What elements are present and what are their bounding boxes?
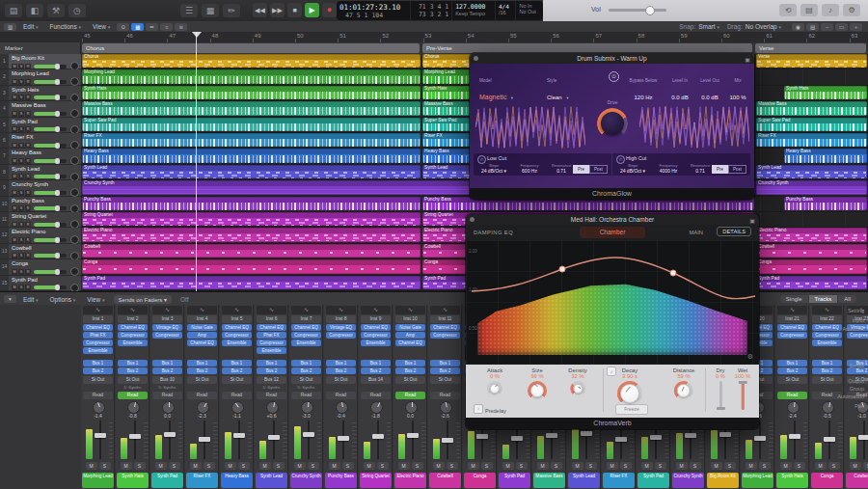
record-enable-button[interactable]: R [25, 79, 31, 85]
solo-button[interactable]: S [585, 462, 597, 470]
audio-fx-slot[interactable]: Channel EQ [222, 324, 252, 331]
mute-button[interactable]: M [398, 462, 410, 470]
knob-decay[interactable]: Decay3.90 s [617, 367, 642, 406]
input-slot[interactable]: Inst 4 [187, 315, 217, 323]
solo-button[interactable]: S [863, 462, 868, 470]
knob-attack[interactable]: Attack0 % [487, 367, 502, 396]
track-header[interactable]: 1Big Room KitMSR [0, 54, 81, 69]
audio-fx-slot[interactable]: Compressor [152, 332, 182, 339]
track-header[interactable]: 8Synth LeadMSR [0, 165, 81, 180]
output-slot[interactable]: St Out [291, 376, 321, 384]
audio-fx-slot[interactable]: Channel EQ [118, 324, 148, 331]
track-volume-slider[interactable] [34, 206, 67, 210]
eq-thumbnail[interactable]: ∿ [257, 306, 286, 314]
automation-tool-icon[interactable]: ≋ [175, 23, 187, 31]
cycle-icon[interactable]: ⟲ [779, 4, 797, 16]
marker-segment[interactable]: Verse [755, 43, 866, 53]
link-icon[interactable] [470, 217, 475, 222]
mute-button[interactable]: M [572, 462, 583, 470]
eq-thumbnail[interactable]: ∿ [430, 306, 460, 314]
automation-mode[interactable]: Read [361, 392, 391, 399]
mute-button[interactable]: M [746, 462, 757, 470]
output-slot[interactable]: St Out [118, 376, 148, 384]
track-header[interactable]: 11String QuartetMSR [0, 212, 81, 228]
high-cut-post-button[interactable]: Post [728, 165, 746, 174]
solo-button[interactable]: S [18, 222, 24, 228]
channel-name[interactable]: Electric Piano [394, 473, 426, 488]
region[interactable]: Chorus [82, 54, 420, 68]
stop-button[interactable]: ■ [287, 3, 302, 17]
audio-fx-slot[interactable]: Ensemble [257, 347, 286, 354]
solo-button[interactable]: S [273, 462, 285, 470]
forward-button[interactable]: ▶▶ [270, 3, 285, 17]
editors-icon[interactable]: ▦ [202, 4, 219, 17]
record-enable-button[interactable]: R [25, 158, 31, 164]
fader-handle[interactable] [685, 433, 696, 438]
smart-controls-icon[interactable]: ◷ [68, 4, 86, 17]
marker-segment[interactable]: Pre-Verse [422, 43, 752, 53]
input-slot[interactable]: Inst 9 [361, 315, 391, 323]
send-slot[interactable]: Bus 1 [361, 360, 391, 367]
track-volume-slider[interactable] [34, 285, 67, 289]
fader-handle[interactable] [407, 433, 419, 438]
audio-fx-slot[interactable]: Compressor [118, 332, 148, 339]
region[interactable]: Heavy Bass [82, 149, 420, 162]
track-header[interactable]: 13CowbellMSR [0, 244, 81, 259]
tab-details[interactable]: DETAILS [717, 227, 751, 236]
audio-fx-slot[interactable]: Phat FX [83, 332, 113, 339]
mute-button[interactable]: M [641, 462, 653, 470]
knob-dial[interactable] [677, 384, 691, 397]
record-enable-button[interactable]: R [25, 285, 31, 290]
eq-thumbnail[interactable]: ∿ [187, 306, 217, 314]
record-enable-button[interactable]: R [25, 64, 31, 69]
output-slot[interactable]: St Out [430, 376, 460, 384]
channel-name[interactable]: Synth Lead [568, 473, 600, 488]
track-volume-slider[interactable] [34, 127, 67, 131]
automation-mode[interactable]: Read [83, 392, 113, 399]
solo-button[interactable]: S [18, 253, 24, 258]
region[interactable]: Electric Piano [756, 228, 867, 241]
damping-eq-button[interactable]: DAMPING EQ [474, 230, 513, 235]
tab-main[interactable]: MAIN [690, 230, 704, 235]
solo-button[interactable]: S [18, 190, 24, 196]
mute-button[interactable]: M [329, 462, 340, 470]
play-button[interactable]: ▶ [305, 3, 319, 17]
group-slot[interactable] [83, 385, 113, 391]
audio-fx-slot[interactable]: Compressor [257, 340, 286, 346]
pointer-tool-icon[interactable]: ▦ [131, 23, 144, 31]
channel-name[interactable]: Crunchy Synth [290, 473, 322, 488]
channel-name[interactable]: Punchy Bass [325, 473, 357, 488]
output-slot[interactable]: Bus 10 [152, 376, 182, 384]
fader-handle[interactable] [581, 431, 592, 436]
eq-thumbnail[interactable]: ∿ [152, 306, 182, 314]
track-header[interactable]: 9Crunchy SynthMSR [0, 180, 81, 196]
list-editors-icon[interactable]: ▤ [800, 4, 818, 16]
channel-strip[interactable]: ∿Inst 4Noise GateAmpChannel EQBus 1Bus 2… [185, 305, 219, 489]
solo-button[interactable]: S [551, 462, 562, 470]
audio-fx-slot[interactable]: Amp [187, 332, 217, 339]
send-slot[interactable]: Bus 1 [187, 360, 217, 367]
track-volume-slider[interactable] [34, 95, 67, 99]
mute-button[interactable]: M [537, 462, 549, 470]
region[interactable]: Synth Hats [784, 86, 867, 99]
mute-button[interactable]: M [815, 462, 827, 470]
send-slot[interactable]: Bus 1 [430, 360, 460, 367]
eq-point-1[interactable] [559, 266, 565, 272]
fader-handle[interactable] [303, 432, 314, 437]
fader-handle[interactable] [754, 436, 766, 441]
record-enable-button[interactable]: R [25, 95, 31, 100]
region[interactable]: Synth Lead [82, 165, 420, 178]
track-header[interactable]: 2Morphing LeadMSR [0, 69, 81, 85]
catch-playhead-icon[interactable]: ◉ [792, 23, 804, 31]
channel-name[interactable]: Morphing Lead [742, 473, 773, 488]
group-slot[interactable] [222, 385, 252, 391]
lcd-display[interactable]: 01:01:27:23.10 47 5 1 104 71 3 4 1 73 3 … [337, 1, 543, 20]
record-enable-button[interactable]: R [25, 126, 31, 132]
track-volume-slider[interactable] [34, 191, 67, 195]
channel-name[interactable]: Riser FX [186, 473, 218, 488]
channel-name[interactable]: Big Room Kit [707, 473, 739, 488]
region[interactable]: Synth Pad [756, 276, 867, 289]
channel-name[interactable]: Heavy Bass [221, 473, 253, 488]
fader-handle[interactable] [789, 434, 800, 439]
record-enable-button[interactable]: R [25, 269, 31, 275]
